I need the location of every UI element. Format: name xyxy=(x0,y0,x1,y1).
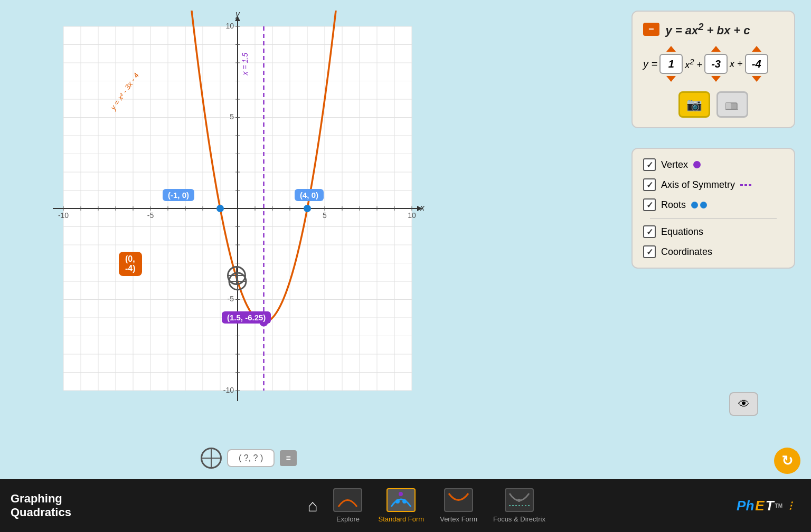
equations-checkbox-item: ✓ Equations xyxy=(643,225,784,238)
home-icon: ⌂ xyxy=(307,496,317,516)
phet-logo: PhET TM ⋮ xyxy=(737,498,795,514)
svg-point-5 xyxy=(399,492,403,496)
phet-ph-text: Ph xyxy=(737,498,754,514)
b-down-arrow[interactable] xyxy=(711,76,721,82)
standard-form-tab-icon xyxy=(386,488,416,512)
tab-explore[interactable]: Explore xyxy=(333,488,362,523)
roots-check-mark: ✓ xyxy=(646,200,653,210)
b-coefficient-spinner[interactable]: -3 xyxy=(704,46,728,82)
c-down-arrow[interactable] xyxy=(752,76,761,82)
focus-directrix-tab-label: Focus & Directrix xyxy=(493,515,545,523)
x-label: x + xyxy=(730,59,743,70)
a-value-box[interactable]: 1 xyxy=(659,54,683,74)
a-up-arrow[interactable] xyxy=(666,46,676,52)
axis-dashed-icon xyxy=(740,184,751,186)
svg-point-3 xyxy=(395,499,400,504)
a-coefficient-spinner[interactable]: 1 xyxy=(659,46,683,82)
svg-point-7 xyxy=(517,499,521,502)
home-tab[interactable]: ⌂ xyxy=(307,496,317,516)
y-intercept-label: (0, -4) xyxy=(119,252,142,276)
separator xyxy=(650,218,776,219)
equation-buttons: 📷 xyxy=(643,91,784,118)
coordinates-checkbox[interactable]: ✓ xyxy=(643,245,656,258)
vertex-check-mark: ✓ xyxy=(646,160,653,170)
movable-point[interactable] xyxy=(227,266,246,285)
eraser-icon xyxy=(724,98,740,111)
focus-directrix-tab-icon xyxy=(505,488,534,512)
axis-checkbox-item: ✓ Axis of Symmetry xyxy=(643,178,784,191)
c-up-arrow[interactable] xyxy=(752,46,761,52)
coordinates-check-mark: ✓ xyxy=(646,247,653,257)
roots-checkbox-label: Roots xyxy=(661,200,686,211)
reset-button[interactable]: ↺ xyxy=(774,448,800,474)
probe-readout: ( ?, ? ) xyxy=(227,449,275,467)
color-swatch[interactable]: − xyxy=(643,23,659,36)
a-down-arrow[interactable] xyxy=(666,76,676,82)
equations-checkbox-label: Equations xyxy=(661,226,703,238)
axis-checkbox[interactable]: ✓ xyxy=(643,178,656,191)
eraser-button[interactable] xyxy=(716,91,748,118)
svg-point-4 xyxy=(402,499,407,504)
equation-values-row: y = 1 x2 + -3 x + -4 xyxy=(643,46,784,82)
tab-standard-form[interactable]: Standard Form xyxy=(378,488,424,523)
roots-checkbox[interactable]: ✓ xyxy=(643,198,656,211)
phet-dots: ⋮ xyxy=(786,500,795,511)
vertex-form-tab-label: Vertex Form xyxy=(440,515,477,523)
equation-formula: y = ax2 + bx + c xyxy=(666,21,750,37)
root2-label: (4, 0) xyxy=(295,189,324,201)
probe-hamburger-icon: ≡ xyxy=(286,453,291,463)
checkbox-panel: ✓ Vertex ✓ Axis of Symmetry ✓ Roots ✓ xyxy=(631,148,795,269)
c-value-box[interactable]: -4 xyxy=(745,54,768,74)
phet-tm: TM xyxy=(775,503,782,509)
graph-area: y = x² - 3x - 4 x = 1.5 (-1, 0) (4, 0) (… xyxy=(32,11,428,412)
roots-checkbox-item: ✓ Roots xyxy=(643,198,784,211)
bottom-nav: Graphing Quadratics ⌂ Explore xyxy=(0,479,811,532)
camera-icon: 📷 xyxy=(686,97,702,112)
root1-label: (-1, 0) xyxy=(163,189,194,201)
vertex-checkbox-label: Vertex xyxy=(661,159,688,170)
vertex-checkbox-item: ✓ Vertex xyxy=(643,158,784,171)
explore-tab-label: Explore xyxy=(336,515,360,523)
vertex-form-tab-icon xyxy=(444,488,473,512)
probe-area: ( ?, ? ) ≡ xyxy=(201,448,297,469)
svg-rect-1 xyxy=(725,103,731,109)
axis-check-mark: ✓ xyxy=(646,180,653,190)
equation-header: − y = ax2 + bx + c xyxy=(643,21,784,37)
c-coefficient-spinner[interactable]: -4 xyxy=(745,46,768,82)
eye-button[interactable]: 👁 xyxy=(729,392,758,416)
roots-dots-icon xyxy=(691,202,707,208)
equations-check-mark: ✓ xyxy=(646,227,653,237)
coordinates-checkbox-label: Coordinates xyxy=(661,246,712,258)
b-value-box[interactable]: -3 xyxy=(704,54,728,74)
axis-checkbox-label: Axis of Symmetry xyxy=(661,179,735,191)
phet-t-text: T xyxy=(766,498,774,514)
vertex-label: (1.5, -6.25) xyxy=(222,311,271,324)
y-equals-label: y = xyxy=(643,58,657,70)
explore-tab-icon xyxy=(333,488,362,512)
standard-form-tab-label: Standard Form xyxy=(378,515,424,523)
vertex-checkbox[interactable]: ✓ xyxy=(643,158,656,171)
probe-menu-button[interactable]: ≡ xyxy=(280,450,297,466)
graph-canvas[interactable] xyxy=(32,11,428,412)
tab-focus-directrix[interactable]: Focus & Directrix xyxy=(493,488,545,523)
camera-button[interactable]: 📷 xyxy=(678,91,710,118)
eye-icon: 👁 xyxy=(738,397,750,411)
vertex-dot-icon xyxy=(693,161,701,168)
b-up-arrow[interactable] xyxy=(711,46,721,52)
x2-label: x2 + xyxy=(685,57,702,71)
reset-icon: ↺ xyxy=(781,453,793,469)
equations-checkbox[interactable]: ✓ xyxy=(643,225,656,238)
y-intercept-container: ≡ (0, -4) xyxy=(119,256,138,272)
app-title: Graphing Quadratics xyxy=(11,492,116,519)
phet-e-text: E xyxy=(755,498,764,514)
equation-panel: − y = ax2 + bx + c y = 1 x2 + -3 x + -4 xyxy=(631,11,795,128)
probe-tool[interactable] xyxy=(201,448,222,469)
nav-tabs: ⌂ Explore Standard Form xyxy=(116,488,737,523)
coordinates-checkbox-item: ✓ Coordinates xyxy=(643,245,784,258)
tab-vertex-form[interactable]: Vertex Form xyxy=(440,488,477,523)
